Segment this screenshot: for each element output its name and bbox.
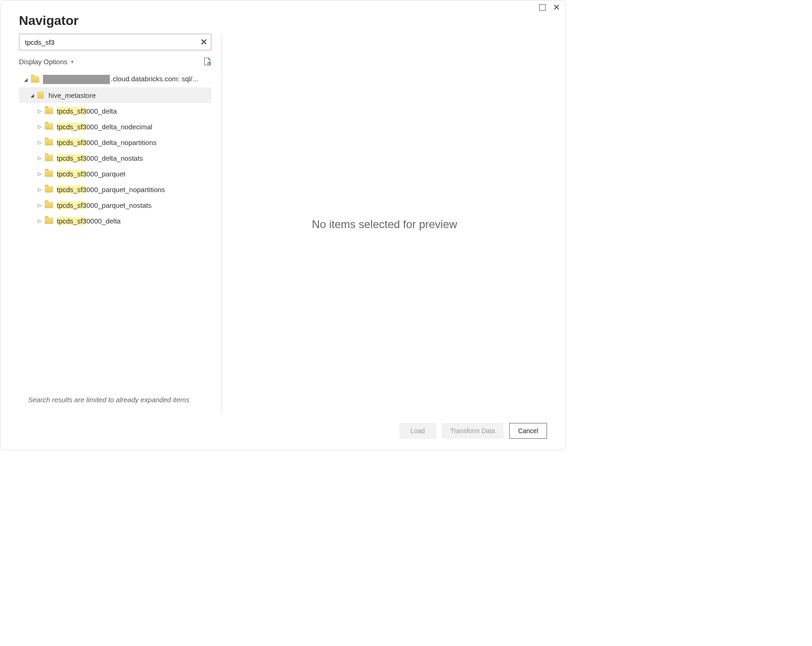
database-icon <box>37 91 44 99</box>
tree-item-label: tpcds_sf3000_delta_nostats <box>57 154 143 162</box>
folder-icon <box>45 170 53 177</box>
search-highlight: tpcds_sf3 <box>57 154 86 162</box>
expander-expand-icon[interactable]: ▷ <box>36 156 43 161</box>
tree-item-rest: 000_parquet_nopartitions <box>86 186 165 193</box>
root-suffix: .cloud.databricks.com: sql/... <box>111 75 198 83</box>
expander-expand-icon[interactable]: ▷ <box>36 218 43 223</box>
tree-item-rest: 000_delta <box>86 107 117 115</box>
dialog-body: ✕ Display Options ▾ <box>0 34 565 415</box>
redacted-hostname <box>43 75 110 84</box>
tree-item[interactable]: ▷tpcds_sf30000_delta <box>19 213 211 229</box>
tree-item-rest: 000_parquet_nostats <box>86 201 151 209</box>
search-highlight: tpcds_sf3 <box>57 217 86 225</box>
search-input[interactable] <box>24 38 200 47</box>
tree-item-label: tpcds_sf3000_parquet_nostats <box>57 201 151 209</box>
close-icon[interactable]: ✕ <box>553 4 560 11</box>
display-options-label: Display Options <box>19 58 67 66</box>
tree-root-label: .cloud.databricks.com: sql/... <box>43 75 198 84</box>
folder-icon <box>45 108 53 114</box>
search-highlight: tpcds_sf3 <box>57 201 86 209</box>
tree-item-label: tpcds_sf30000_delta <box>57 217 120 225</box>
search-highlight: tpcds_sf3 <box>57 123 86 131</box>
folder-icon <box>45 217 53 224</box>
tree-item[interactable]: ▷tpcds_sf3000_parquet_nostats <box>19 197 211 213</box>
tree-item-rest: 000_delta_nostats <box>86 154 143 162</box>
expander-collapse-icon[interactable]: ◢ <box>29 93 36 98</box>
tree-item[interactable]: ▷tpcds_sf3000_delta_nodecimal <box>19 119 211 134</box>
clear-search-icon[interactable]: ✕ <box>200 37 207 47</box>
cancel-button[interactable]: Cancel <box>509 423 547 439</box>
tree-item-label: tpcds_sf3000_delta_nodecimal <box>57 123 152 131</box>
search-highlight: tpcds_sf3 <box>57 186 86 193</box>
tree-item-label: tpcds_sf3000_parquet <box>57 170 125 178</box>
tree-item-label: tpcds_sf3000_delta <box>57 107 117 115</box>
expander-expand-icon[interactable]: ▷ <box>36 140 43 145</box>
maximize-icon[interactable] <box>539 4 546 11</box>
tree-item-rest: 000_parquet <box>86 170 125 178</box>
refresh-preview-icon[interactable] <box>203 57 211 66</box>
expander-expand-icon[interactable]: ▷ <box>36 109 43 114</box>
tree-item-rest: 000_delta_nodecimal <box>86 123 152 131</box>
dialog-header: Navigator <box>0 0 565 34</box>
navigator-dialog: ✕ Navigator ✕ Display Options ▾ <box>0 0 566 450</box>
tree-item[interactable]: ▷tpcds_sf3000_delta_nostats <box>19 150 211 166</box>
preview-pane: No items selected for preview <box>222 34 547 415</box>
folder-icon <box>45 155 53 161</box>
expander-expand-icon[interactable]: ▷ <box>36 203 43 208</box>
expander-expand-icon[interactable]: ▷ <box>36 124 43 129</box>
load-button[interactable]: Load <box>399 423 436 439</box>
search-highlight: tpcds_sf3 <box>57 139 86 146</box>
expander-collapse-icon[interactable]: ◢ <box>23 77 29 82</box>
dialog-title: Navigator <box>19 13 547 28</box>
tree-item[interactable]: ▷tpcds_sf3000_parquet <box>19 166 211 181</box>
display-options-dropdown[interactable]: Display Options ▾ <box>19 58 73 66</box>
folder-icon <box>45 186 53 193</box>
nav-tree[interactable]: ◢ .cloud.databricks.com: sql/... ◢ hive_… <box>19 72 211 396</box>
expander-expand-icon[interactable]: ▷ <box>36 171 43 176</box>
preview-empty-message: No items selected for preview <box>312 218 457 231</box>
expander-expand-icon[interactable]: ▷ <box>36 187 43 192</box>
tree-item[interactable]: ▷tpcds_sf3000_delta_nopartitions <box>19 134 211 150</box>
search-highlight: tpcds_sf3 <box>57 107 86 115</box>
tree-item[interactable]: ▷tpcds_sf3000_parquet_nopartitions <box>19 181 211 197</box>
search-field[interactable]: ✕ <box>19 34 211 50</box>
folder-icon <box>45 139 53 145</box>
tree-root-connection[interactable]: ◢ .cloud.databricks.com: sql/... <box>19 72 211 87</box>
tree-item[interactable]: ▷tpcds_sf3000_delta <box>19 103 211 119</box>
transform-data-button[interactable]: Transform Data <box>442 423 504 439</box>
search-highlight: tpcds_sf3 <box>57 170 86 178</box>
folder-icon <box>31 76 39 83</box>
dialog-footer: Load Transform Data Cancel <box>0 415 565 450</box>
left-pane: ✕ Display Options ▾ <box>19 34 222 415</box>
search-note: Search results are limited to already ex… <box>19 396 211 405</box>
tree-item-label: tpcds_sf3000_delta_nopartitions <box>57 139 156 146</box>
tree-item-rest: 0000_delta <box>86 217 120 225</box>
folder-icon <box>45 123 53 130</box>
folder-icon <box>45 202 53 208</box>
options-row: Display Options ▾ <box>19 54 211 69</box>
tree-node-metastore[interactable]: ◢ hive_metastore <box>19 87 211 103</box>
tree-item-rest: 000_delta_nopartitions <box>86 139 156 146</box>
tree-item-label: tpcds_sf3000_parquet_nopartitions <box>57 186 165 193</box>
window-controls: ✕ <box>539 4 560 11</box>
chevron-down-icon: ▾ <box>71 59 73 64</box>
metastore-label: hive_metastore <box>48 91 96 99</box>
